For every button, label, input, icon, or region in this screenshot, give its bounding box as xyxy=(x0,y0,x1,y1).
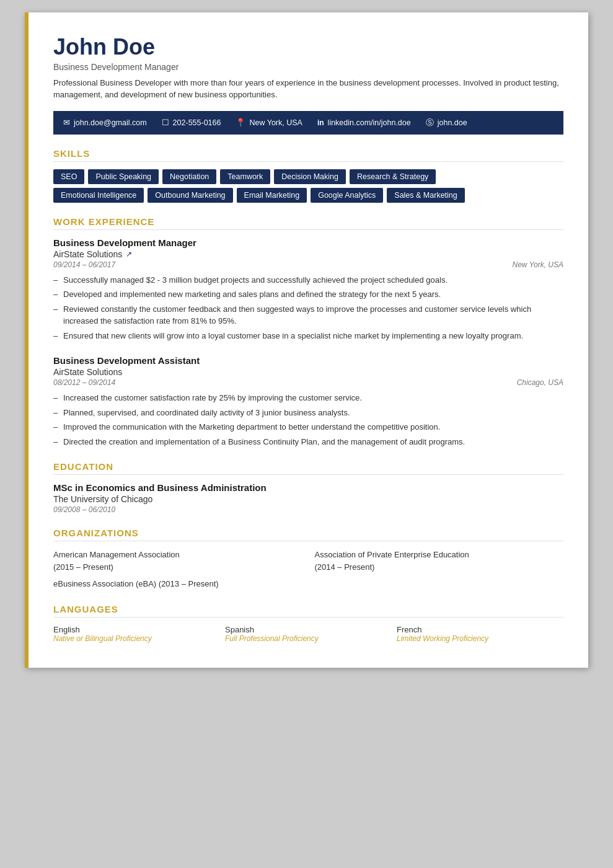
skill-badge: Research & Strategy xyxy=(350,169,436,184)
languages-grid: EnglishNative or Bilingual ProficiencySp… xyxy=(53,625,563,643)
job-dates: 08/2012 – 09/2014 xyxy=(53,378,115,387)
skill-badge: Email Marketing xyxy=(237,188,307,203)
language-level: Native or Bilingual Proficiency xyxy=(53,634,220,643)
work-entry: Business Development ManagerAirState Sol… xyxy=(53,237,563,342)
education-section: EDUCATION MSc in Economics and Business … xyxy=(53,461,563,514)
job-bullet: Reviewed constantly the customer feedbac… xyxy=(53,303,563,327)
job-location: Chicago, USA xyxy=(517,378,563,387)
skill-badge: Teamwork xyxy=(220,169,270,184)
language-item: FrenchLimited Working Proficiency xyxy=(397,625,563,643)
skill-badge: Outbound Marketing xyxy=(148,188,232,203)
skill-badge: Emotional Intelligence xyxy=(53,188,144,203)
organizations-title: ORGANIZATIONS xyxy=(53,528,563,541)
contact-bar: ✉ john.doe@gmail.com ☐ 202-555-0166 📍 Ne… xyxy=(53,111,563,135)
applicant-name: John Doe xyxy=(53,35,563,60)
linkedin-icon: in xyxy=(317,118,324,127)
skype-icon: Ⓢ xyxy=(426,117,434,128)
skill-badge: Negotiation xyxy=(162,169,216,184)
skills-row-1: SEOPublic SpeakingNegotiationTeamworkDec… xyxy=(53,169,563,184)
contact-skype: Ⓢ john.doe xyxy=(426,117,467,128)
language-level: Full Professional Proficiency xyxy=(225,634,392,643)
job-bullet: Planned, supervised, and coordinated dai… xyxy=(53,407,563,419)
languages-section: LANGUAGES EnglishNative or Bilingual Pro… xyxy=(53,604,563,643)
contact-email: ✉ john.doe@gmail.com xyxy=(63,118,147,127)
job-bullet: Developed and implemented new marketing … xyxy=(53,288,563,301)
organizations-grid: American Management Association(2015 – P… xyxy=(53,549,563,590)
language-name: English xyxy=(53,625,220,634)
job-bullet: Ensured that new clients will grow into … xyxy=(53,330,563,342)
language-item: EnglishNative or Bilingual Proficiency xyxy=(53,625,220,643)
edu-dates: 09/2008 – 06/2010 xyxy=(53,505,563,514)
job-bullet: Improved the communication with the Mark… xyxy=(53,421,563,433)
work-experience-section: WORK EXPERIENCE Business Development Man… xyxy=(53,216,563,448)
job-dates: 09/2014 – 06/2017 xyxy=(53,260,115,269)
job-title: Business Development Assistant xyxy=(53,355,563,366)
skill-badge: SEO xyxy=(53,169,84,184)
skill-badge: Public Speaking xyxy=(88,169,159,184)
contact-phone: ☐ 202-555-0166 xyxy=(162,118,221,127)
org-item: American Management Association(2015 – P… xyxy=(53,549,302,573)
skill-badge: Google Analytics xyxy=(311,188,383,203)
work-experience-title: WORK EXPERIENCE xyxy=(53,216,563,230)
languages-title: LANGUAGES xyxy=(53,604,563,618)
language-item: SpanishFull Professional Proficiency xyxy=(225,625,392,643)
skills-section: SKILLS SEOPublic SpeakingNegotiationTeam… xyxy=(53,148,563,203)
job-company: AirState Solutions xyxy=(53,367,563,377)
org-item: Association of Private Enterprise Educat… xyxy=(315,549,564,573)
education-entry: MSc in Economics and Business Administra… xyxy=(53,482,563,514)
skills-row-2: Emotional IntelligenceOutbound Marketing… xyxy=(53,188,563,203)
job-bullet: Directed the creation and implementation… xyxy=(53,436,563,448)
contact-location: 📍 New York, USA xyxy=(236,118,302,127)
skill-badge: Sales & Marketing xyxy=(387,188,464,203)
resume-container: John Doe Business Development Manager Pr… xyxy=(25,12,588,668)
job-company: AirState Solutions↗ xyxy=(53,249,563,259)
education-title: EDUCATION xyxy=(53,461,563,475)
job-title: Business Development Manager xyxy=(53,237,563,248)
language-name: Spanish xyxy=(225,625,392,634)
phone-icon: ☐ xyxy=(162,118,169,127)
location-icon: 📍 xyxy=(236,118,245,127)
header-section: John Doe Business Development Manager Pr… xyxy=(53,35,563,101)
job-bullets: Increased the customer satisfaction rate… xyxy=(53,392,563,448)
org-item: eBusiness Association (eBA) (2013 – Pres… xyxy=(53,578,563,590)
job-bullet: Successfully managed $2 - 3 million budg… xyxy=(53,274,563,286)
email-icon: ✉ xyxy=(63,118,70,127)
skill-badge: Decision Making xyxy=(274,169,346,184)
edu-school: The University of Chicago xyxy=(53,494,563,504)
language-level: Limited Working Proficiency xyxy=(397,634,563,643)
job-location: New York, USA xyxy=(513,260,563,269)
edu-degree: MSc in Economics and Business Administra… xyxy=(53,482,563,493)
contact-linkedin: in linkedin.com/in/john.doe xyxy=(317,118,411,127)
job-bullets: Successfully managed $2 - 3 million budg… xyxy=(53,274,563,342)
job-meta: 08/2012 – 09/2014Chicago, USA xyxy=(53,378,563,387)
applicant-title: Business Development Manager xyxy=(53,62,563,72)
language-name: French xyxy=(397,625,563,634)
organizations-section: ORGANIZATIONS American Management Associ… xyxy=(53,528,563,590)
applicant-summary: Professional Business Developer with mor… xyxy=(53,77,563,101)
work-entry: Business Development AssistantAirState S… xyxy=(53,355,563,448)
external-link-icon[interactable]: ↗ xyxy=(126,250,132,259)
skills-section-title: SKILLS xyxy=(53,148,563,162)
job-meta: 09/2014 – 06/2017New York, USA xyxy=(53,260,563,269)
job-bullet: Increased the customer satisfaction rate… xyxy=(53,392,563,404)
